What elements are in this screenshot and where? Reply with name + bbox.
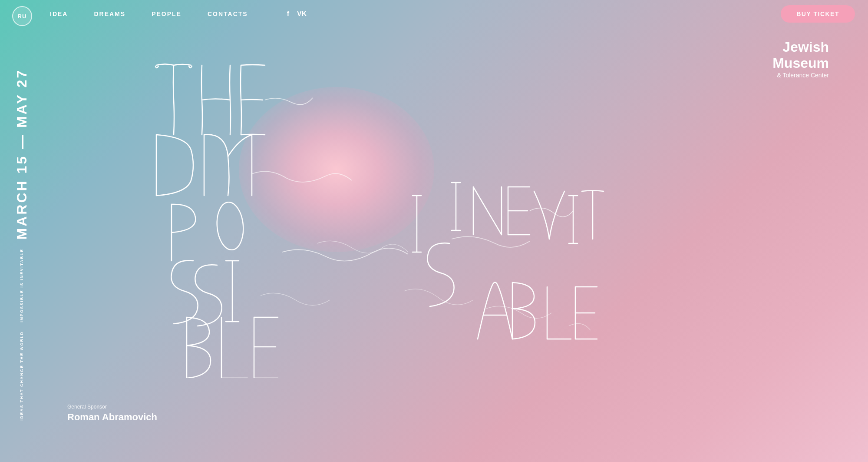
buy-ticket-button[interactable]: BUY TICKET [781,5,855,23]
nav-links: IDEA DREAMS PEOPLE CONTACTS f VK [50,10,781,18]
museum-name-line3: & Tolerance Center [772,71,829,80]
language-button[interactable]: RU [12,6,32,26]
museum-name-line1: Jewish [772,39,829,55]
exhibition-tagline-1: IMPOSSIBLE IS INEVITABLE [19,249,25,322]
museum-name-line2: Museum [772,55,829,71]
social-icons: f VK [287,10,307,18]
museum-logo: Jewish Museum & Tolerance Center [772,39,829,80]
exhibition-dates: MARCH 15 — MAY 27 [15,69,29,239]
nav-contacts[interactable]: CONTACTS [208,10,248,17]
sponsor-name: Roman Abramovich [67,412,157,423]
vk-icon[interactable]: VK [297,10,307,18]
header: IDEA DREAMS PEOPLE CONTACTS f VK BUY TIC… [0,0,868,27]
exhibition-tagline-2: IDEAS THAT CHANGE THE WORLD [19,331,25,421]
sponsor-section: General Sponsor Roman Abramovich [67,404,157,423]
language-label: RU [18,13,27,20]
background [0,0,868,462]
nav-people[interactable]: PEOPLE [152,10,182,17]
facebook-icon[interactable]: f [287,10,289,18]
sponsor-label: General Sponsor [67,404,157,410]
nav-dreams[interactable]: DREAMS [94,10,125,17]
nav-idea[interactable]: IDEA [50,10,68,17]
sidebar-left: MARCH 15 — MAY 27 IMPOSSIBLE IS INEVITAB… [0,27,43,462]
